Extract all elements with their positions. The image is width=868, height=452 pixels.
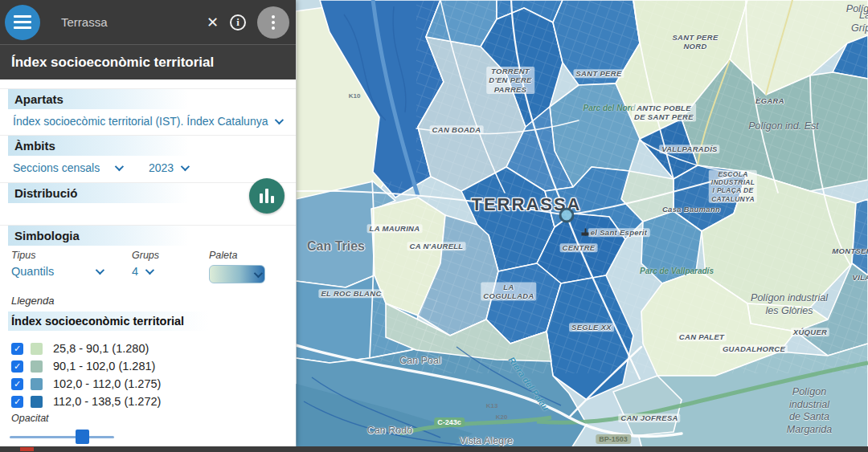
legend-list: ✓ 25,8 - 90,1 (1.280) ✓ 90,1 - 102,0 (1.… <box>11 340 296 410</box>
map-label: ÈGARA <box>755 96 784 105</box>
map-label: Can Tries <box>307 239 365 254</box>
map-label: MONTSERRAT <box>832 246 868 255</box>
map-label: EL ROC BLANC <box>318 289 383 298</box>
legend-row: ✓ 102,0 - 112,0 (1.275) <box>11 375 296 393</box>
distribution-chart-button[interactable] <box>249 178 285 214</box>
map-label: Can Poal <box>399 355 440 366</box>
map-label: SANT PERE <box>573 69 624 78</box>
panel-title: Índex socioeconòmic territorial <box>0 44 296 79</box>
hamburger-icon <box>14 15 31 18</box>
opacity-slider[interactable] <box>0 428 296 446</box>
map-label: K13 <box>486 402 498 409</box>
territory-select[interactable]: Seccions censals <box>13 161 108 174</box>
legend-row: ✓ 25,8 - 90,1 (1.280) <box>11 340 296 357</box>
map-label: VALLPARADÍS <box>659 145 719 153</box>
grups-select[interactable]: 4 <box>132 265 209 278</box>
map-label: CENTRE <box>560 243 598 252</box>
slider-track[interactable] <box>10 436 114 438</box>
chevron-down-icon <box>275 116 284 124</box>
map-label: Parc del Nord <box>583 104 635 112</box>
map-label: Riera del Palau <box>506 355 551 412</box>
map-label: La Grípia <box>851 10 868 35</box>
section-heading-distribucio: Distribució <box>8 183 286 203</box>
more-options-button[interactable] <box>257 6 289 39</box>
chevron-down-icon <box>145 266 154 275</box>
info-icon[interactable]: i <box>230 14 246 31</box>
map-label: XÚQUER <box>791 328 829 336</box>
slider-thumb[interactable] <box>76 430 89 444</box>
map-label-layer: TERRASSATORRENT D'EN PERE PARRESSANT PER… <box>296 0 868 452</box>
legend-layer-title: Índex socioeconòmic territorial <box>8 312 286 331</box>
map-label: Casa Baumann <box>662 205 720 214</box>
apartats-select-value: Índex socioecòmic territorial (IST). Índ… <box>13 115 268 128</box>
section-heading-apartats: Apartats <box>8 89 286 109</box>
map-label: Polígon ind. Est <box>748 120 819 133</box>
map-label: Vista Alegre <box>460 435 513 446</box>
road-shield: BP-1503 <box>596 434 631 444</box>
grups-label: Grups <box>132 250 209 261</box>
paleta-select[interactable] <box>209 265 265 283</box>
bottom-window-edge <box>0 446 868 452</box>
legend-swatch <box>31 360 43 373</box>
tipus-select[interactable]: Quantils <box>11 265 132 278</box>
map-label: Can Rodó <box>367 425 412 436</box>
map-label: CAN PALET <box>677 332 727 341</box>
apartats-select[interactable]: Índex socioecòmic territorial (IST). Índ… <box>0 109 296 132</box>
map-label: CAN JOFRESA <box>618 413 680 422</box>
llegenda-label: Llegenda <box>11 295 296 307</box>
map-label: Parc de Vallparadís <box>640 267 714 275</box>
chevron-down-icon <box>96 266 104 275</box>
paleta-label: Paleta <box>209 250 265 261</box>
map-label: Polígon industrial les Glòries <box>751 292 828 317</box>
chevron-down-icon[interactable] <box>115 162 124 171</box>
section-heading-simbologia: Simbologia <box>8 226 286 246</box>
road-shield: C-243c <box>434 417 465 427</box>
side-panel: Terrassa ✕ i Índex socioeconòmic territo… <box>0 0 296 446</box>
map-label: K10 <box>349 92 361 100</box>
map-label: K20 <box>496 413 508 421</box>
map-label: CA N'AURELL <box>407 242 466 250</box>
map-label: Polígon <box>846 3 868 16</box>
map-label: VILA <box>853 273 868 282</box>
logo-fragment <box>20 447 34 451</box>
city-marker-icon[interactable] <box>559 208 575 223</box>
map-topbar: Terrassa ✕ i <box>0 0 296 44</box>
year-select[interactable]: 2023 <box>149 161 174 174</box>
legend-class-label: 112,0 - 138,5 (1.272) <box>53 395 161 408</box>
legend-checkbox[interactable]: ✓ <box>11 360 23 373</box>
map-label: TORRENT D'EN PERE PARRES <box>486 67 534 94</box>
legend-class-label: 90,1 - 102,0 (1.281) <box>53 360 155 373</box>
menu-button[interactable] <box>5 5 40 40</box>
tipus-label: Tipus <box>11 250 132 261</box>
map-label: CAN BOADA <box>430 125 484 134</box>
church-icon <box>582 229 589 236</box>
legend-swatch <box>31 378 43 390</box>
legend-swatch <box>31 343 43 355</box>
section-heading-ambits: Àmbits <box>8 136 286 156</box>
search-input[interactable]: Terrassa <box>61 15 108 29</box>
map-label: LA COGULLADA <box>481 283 536 301</box>
map-label: ESCOLA INDUSTRIAL I PLAÇA DE CATALUNYA <box>709 170 757 203</box>
clear-search-icon[interactable]: ✕ <box>207 14 219 31</box>
legend-checkbox[interactable]: ✓ <box>11 378 23 390</box>
legend-checkbox[interactable]: ✓ <box>11 343 23 355</box>
map-label: Polígon industrial de Santa Margarida <box>780 386 839 437</box>
map-label: GUADALHORCE <box>720 344 788 353</box>
map-label: ANTIC POBLE DE SANT PERE <box>632 104 696 122</box>
legend-class-label: 25,8 - 90,1 (1.280) <box>53 342 149 355</box>
legend-row: ✓ 112,0 - 138,5 (1.272) <box>11 393 296 410</box>
legend-class-label: 102,0 - 112,0 (1.275) <box>53 377 161 390</box>
map-canvas[interactable]: TERRASSATORRENT D'EN PERE PARRESSANT PER… <box>296 0 868 452</box>
map-label: LA MAURINA <box>367 224 423 233</box>
legend-row: ✓ 90,1 - 102,0 (1.281) <box>11 357 296 375</box>
legend-checkbox[interactable]: ✓ <box>11 396 23 408</box>
map-label: SEGLE XX <box>569 323 614 332</box>
map-label: SANT PERE NORD <box>672 33 718 51</box>
legend-swatch <box>31 396 43 408</box>
chevron-down-icon <box>254 268 263 277</box>
opacity-label: Opacitat <box>11 413 296 424</box>
map-label: el Sant Esperit <box>588 228 650 237</box>
chevron-down-icon[interactable] <box>181 162 190 171</box>
